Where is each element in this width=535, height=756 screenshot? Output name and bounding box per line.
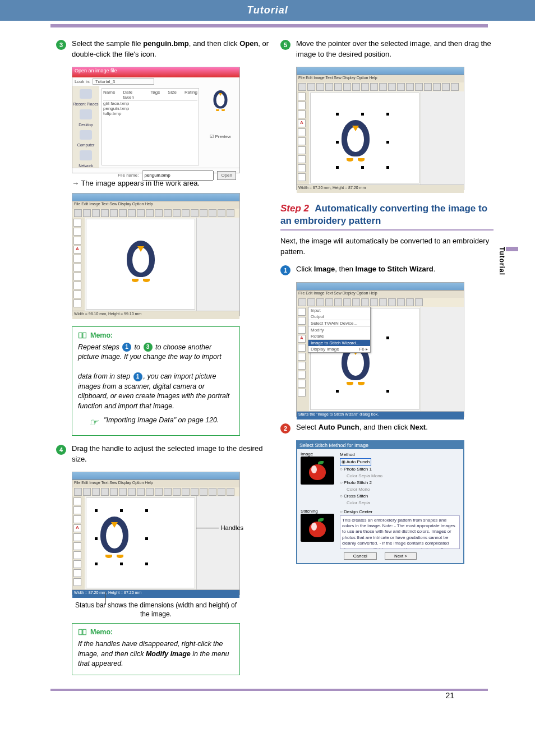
- open-button[interactable]: Open: [217, 171, 236, 180]
- step-4: 4 Drag the handle to adjust the selected…: [56, 444, 269, 465]
- radio-auto-punch[interactable]: Auto Punch: [340, 458, 371, 466]
- selection-handle[interactable]: [120, 509, 123, 512]
- step-2-heading: Step 2 Automatically converting the imag…: [280, 202, 494, 231]
- wizard-title: Select Stitch Method for Image: [297, 441, 463, 449]
- radio-design-center[interactable]: Design Center: [340, 509, 460, 515]
- wizard-stitch-thumb: [301, 514, 334, 542]
- list-item[interactable]: girl-face.bmp: [103, 101, 197, 106]
- selection-handle[interactable]: [336, 166, 339, 169]
- places-icon[interactable]: [80, 109, 92, 119]
- wizard-cancel-button[interactable]: Cancel: [344, 552, 377, 560]
- lookin-combo[interactable]: Tutorial_3: [93, 79, 154, 85]
- wizard-image-thumb: [301, 457, 334, 485]
- menu-item[interactable]: Select TWAIN Device...: [308, 320, 370, 326]
- selection-handle[interactable]: [336, 141, 339, 144]
- selection-handle[interactable]: [95, 537, 98, 540]
- book-icon: [78, 331, 87, 339]
- figure-app-window-1: File Edit Image Text Sew Display Option …: [72, 193, 240, 316]
- selection-handle[interactable]: [336, 113, 339, 116]
- step-1-right: 1 Click Image, then Image to Stitch Wiza…: [280, 264, 494, 275]
- menu-item[interactable]: Display ImageF6 ▸: [308, 346, 370, 352]
- memo-box-1: Memo: Repeat steps 1 to 3 to choose anot…: [72, 326, 240, 436]
- status-bar: Width = 87.20 mm, Height = 87.20 mm: [297, 185, 464, 193]
- accent-bar: [50, 24, 488, 27]
- open-places-bar: Recent Places Desktop Computer Network: [72, 86, 99, 168]
- app-menu: File Edit Image Text Sew Display Option …: [72, 201, 239, 209]
- step2-intro: Next, the image will automatically be co…: [280, 236, 494, 257]
- step-5-text: Move the pointer over the selected image…: [296, 39, 494, 60]
- radio-photo-stitch-2[interactable]: Photo Stitch 2: [340, 480, 460, 486]
- pointing-hand-icon: ☞: [89, 416, 98, 430]
- places-icon[interactable]: [80, 130, 92, 140]
- badge-1b: 1: [133, 372, 142, 381]
- step-3: 3 Select the sample file penguin.bmp, an…: [56, 39, 269, 60]
- page-number: 21: [445, 691, 454, 700]
- step-2-right: 2 Select Auto Punch, and then click Next…: [280, 422, 494, 434]
- selection-handle[interactable]: [386, 113, 389, 116]
- open-preview-pane: ☑ Preview: [204, 88, 237, 165]
- places-icon[interactable]: [80, 89, 92, 99]
- radio-photo-stitch-1[interactable]: Photo Stitch 1: [340, 466, 460, 473]
- file-name-input[interactable]: [142, 170, 214, 181]
- badge-3: 3: [144, 343, 153, 352]
- figure-app-window-3: File Edit Image Text Sew Display Option …: [296, 67, 464, 190]
- open-dialog-title: Open an image file: [72, 67, 239, 77]
- side-tab: Tutorial: [506, 247, 518, 275]
- book-icon: [78, 628, 87, 636]
- list-item[interactable]: tulip.bmp: [103, 111, 197, 116]
- selection-handle[interactable]: [95, 509, 98, 512]
- wizard-next-button[interactable]: Next >: [385, 552, 417, 560]
- step-4-text: Drag the handle to adjust the selected i…: [72, 444, 269, 465]
- figure-open-dialog: Open an image file Look in: Tutorial_3 R…: [72, 67, 240, 173]
- menu-item[interactable]: Input: [308, 307, 370, 314]
- cross-reference: "Importing Image Data" on page 120.: [104, 416, 219, 426]
- status-bar-highlighted: Width = 87.20 mm, Height = 87.20 mm: [72, 589, 239, 598]
- memo-box-2: Memo: If the handles have disappeared, r…: [72, 623, 240, 675]
- status-bar: Width = 98.10 mm, Height = 99.10 mm: [72, 311, 239, 319]
- menu-item[interactable]: Rotate: [308, 333, 370, 339]
- caption-status-bar: Status bar shows the dimensions (width a…: [72, 601, 240, 619]
- menu-item[interactable]: Modify: [308, 326, 370, 333]
- image-menu-dropdown[interactable]: Input Output Select TWAIN Device... Modi…: [308, 307, 371, 353]
- places-icon[interactable]: [80, 150, 92, 160]
- menu-item-highlighted[interactable]: Image to Stitch Wizard...: [308, 339, 370, 346]
- selection-handle[interactable]: [145, 563, 148, 565]
- open-file-list[interactable]: Name Date taken Tags Size Rating girl-fa…: [102, 88, 199, 165]
- step-badge-5: 5: [280, 40, 290, 50]
- handles-callout: Handles: [196, 524, 243, 531]
- step-3-text: Select the sample file penguin.bmp, and …: [72, 39, 269, 60]
- selection-handle[interactable]: [386, 166, 389, 169]
- step-badge-2r: 2: [280, 423, 290, 434]
- step-5: 5 Move the pointer over the selected ima…: [280, 39, 494, 60]
- selection-handle[interactable]: [361, 166, 364, 169]
- selection-handle[interactable]: [386, 141, 389, 144]
- selection-handle[interactable]: [120, 563, 123, 565]
- status-bar-hint: Starts the "Image to Stitch Wizard" dial…: [297, 411, 464, 420]
- figure-app-window-4: File Edit Image Text Sew Display Option …: [296, 282, 464, 417]
- radio-cross-stitch[interactable]: Cross Stitch: [340, 493, 460, 500]
- step-badge-3: 3: [56, 40, 66, 50]
- selection-handle[interactable]: [361, 113, 364, 116]
- page-header: Tutorial: [0, 0, 535, 21]
- step-badge-4: 4: [56, 445, 66, 455]
- figure-wizard-dialog: Select Stitch Method for Image Image Met…: [296, 440, 464, 564]
- selection-handle[interactable]: [95, 563, 98, 565]
- figure-app-window-2: File Edit Image Text Sew Display Option …: [72, 472, 240, 595]
- menu-item[interactable]: Output: [308, 314, 370, 320]
- step-badge-1r: 1: [280, 265, 290, 275]
- selection-handle[interactable]: [145, 509, 148, 512]
- selection-handle[interactable]: [145, 537, 148, 540]
- badge-1: 1: [122, 343, 131, 352]
- wizard-description: This creates an embroidery pattern from …: [340, 515, 460, 549]
- list-item[interactable]: penguin.bmp: [103, 106, 197, 111]
